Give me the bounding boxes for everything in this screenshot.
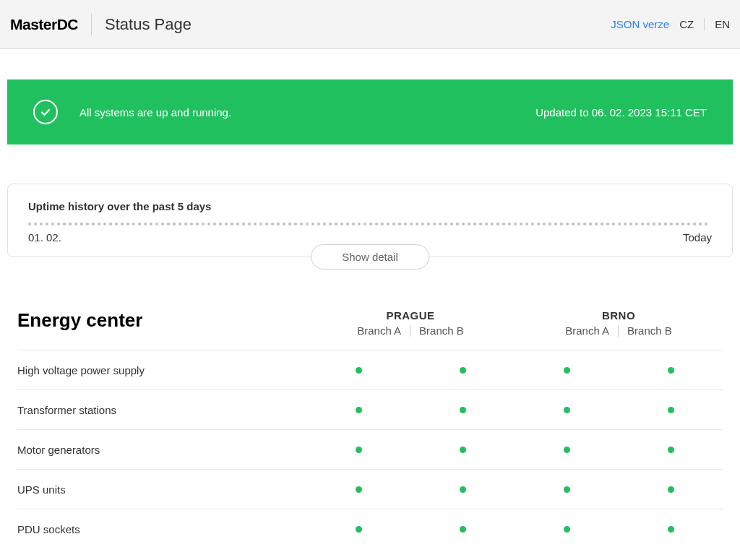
divider bbox=[704, 18, 705, 31]
branch-a-label: Branch A bbox=[565, 324, 609, 337]
page-title: Status Page bbox=[105, 15, 192, 34]
uptime-dates: 01. 02. Today bbox=[28, 231, 712, 244]
lang-en[interactable]: EN bbox=[715, 18, 730, 30]
table-row: Motor generators bbox=[17, 429, 723, 469]
page-header: MasterDC Status Page JSON verze CZ EN bbox=[0, 0, 740, 49]
status-ok-icon bbox=[668, 367, 674, 374]
section-title: Energy center bbox=[17, 309, 306, 332]
json-link[interactable]: JSON verze bbox=[611, 18, 669, 30]
location-prague: PRAGUE Branch A Branch B bbox=[306, 309, 515, 337]
energy-center-section: Energy center PRAGUE Branch A Branch B B… bbox=[7, 309, 733, 548]
table-row: PDU sockets bbox=[17, 509, 723, 548]
status-ok-icon bbox=[668, 486, 674, 493]
status-cells bbox=[306, 447, 515, 453]
check-icon bbox=[33, 100, 58, 124]
status-cells bbox=[515, 407, 723, 413]
uptime-start-date: 01. 02. bbox=[28, 231, 61, 244]
status-ok-icon bbox=[460, 526, 466, 533]
status-ok-icon bbox=[460, 486, 466, 493]
status-ok-icon bbox=[356, 526, 362, 533]
row-label: Motor generators bbox=[17, 444, 306, 456]
table-row: Transformer stations bbox=[17, 389, 723, 429]
banner-left: All systems are up and running. bbox=[33, 100, 231, 124]
table-row: UPS units bbox=[17, 469, 723, 509]
status-cells bbox=[306, 367, 515, 374]
row-label: High voltage power supply bbox=[17, 364, 306, 376]
uptime-card: Uptime history over the past 5 days 01. … bbox=[7, 184, 733, 257]
uptime-end-date: Today bbox=[683, 231, 712, 244]
uptime-title: Uptime history over the past 5 days bbox=[28, 200, 712, 212]
row-label: Transformer stations bbox=[17, 404, 306, 416]
table-row: High voltage power supply bbox=[17, 350, 723, 389]
status-cells bbox=[515, 526, 723, 533]
status-ok-icon bbox=[356, 407, 362, 413]
status-ok-icon bbox=[356, 367, 362, 374]
location-name: PRAGUE bbox=[306, 309, 515, 322]
status-ok-icon bbox=[564, 526, 570, 533]
status-ok-icon bbox=[460, 367, 466, 374]
status-ok-icon bbox=[356, 486, 362, 493]
status-ok-icon bbox=[564, 486, 570, 493]
status-ok-icon bbox=[668, 447, 674, 453]
banner-message: All systems are up and running. bbox=[79, 106, 231, 119]
status-cells bbox=[515, 367, 723, 374]
logo[interactable]: MasterDC bbox=[10, 16, 78, 33]
status-cells bbox=[515, 447, 723, 453]
uptime-dots bbox=[28, 223, 712, 225]
status-ok-icon bbox=[460, 447, 466, 453]
branch-b-label: Branch B bbox=[419, 324, 464, 337]
status-banner: All systems are up and running. Updated … bbox=[7, 79, 733, 145]
status-ok-icon bbox=[564, 367, 570, 374]
status-ok-icon bbox=[460, 407, 466, 413]
status-ok-icon bbox=[564, 447, 570, 453]
status-cells bbox=[515, 486, 723, 493]
status-ok-icon bbox=[668, 526, 674, 533]
branches: Branch A Branch B bbox=[515, 324, 723, 337]
banner-updated: Updated to 06. 02. 2023 15:11 CET bbox=[535, 106, 707, 119]
branch-b-label: Branch B bbox=[627, 324, 672, 337]
lang-cz[interactable]: CZ bbox=[679, 18, 694, 30]
status-cells bbox=[306, 486, 515, 493]
status-cells bbox=[306, 526, 515, 533]
divider bbox=[618, 325, 619, 337]
row-label: PDU sockets bbox=[17, 523, 306, 535]
branch-a-label: Branch A bbox=[357, 324, 401, 337]
status-cells bbox=[306, 407, 515, 413]
location-name: BRNO bbox=[515, 309, 723, 322]
divider bbox=[91, 14, 92, 35]
branches: Branch A Branch B bbox=[306, 324, 515, 337]
header-left: MasterDC Status Page bbox=[10, 14, 192, 35]
location-brno: BRNO Branch A Branch B bbox=[515, 309, 723, 337]
section-header: Energy center PRAGUE Branch A Branch B B… bbox=[17, 309, 723, 350]
status-ok-icon bbox=[564, 407, 570, 413]
divider bbox=[410, 325, 410, 337]
show-detail-button[interactable]: Show detail bbox=[311, 244, 429, 270]
row-label: UPS units bbox=[17, 483, 306, 496]
status-ok-icon bbox=[668, 407, 674, 413]
header-right: JSON verze CZ EN bbox=[611, 18, 730, 31]
status-ok-icon bbox=[356, 447, 362, 453]
